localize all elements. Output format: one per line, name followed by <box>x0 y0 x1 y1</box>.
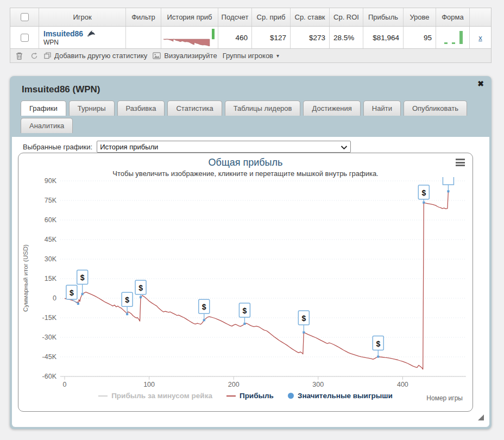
legend-significant-wins[interactable]: Значительные выигрыши <box>288 392 393 400</box>
x-tick-label: 0 <box>63 381 67 388</box>
filter-cell <box>126 27 161 48</box>
dollar-glyph: $ <box>421 188 426 197</box>
legend-dot-blue <box>288 393 294 399</box>
legend-dash-red <box>226 395 236 397</box>
dollar-glyph: $ <box>243 306 247 315</box>
tab-leaderboards[interactable]: Таблицы лидеров <box>225 100 301 116</box>
remove-row-link[interactable]: x <box>478 34 482 42</box>
y-tick-label: 90K <box>45 177 57 185</box>
significant-win-marker[interactable]: $ <box>122 292 133 315</box>
significant-win-marker[interactable]: $ <box>373 336 383 358</box>
profit-line-series[interactable] <box>65 191 448 369</box>
legend-dash-grey <box>98 395 108 397</box>
profit-chart[interactable]: Общая прибыль Чтобы увеличить изображени… <box>18 153 473 412</box>
select-all-checkbox[interactable] <box>21 13 29 21</box>
player-stats-table: Игрок Фильтр История приб Подсчет Ср. пр… <box>10 8 492 63</box>
count-value: 460 <box>218 27 252 48</box>
panel-title: Imsuited86 (WPN) <box>10 76 492 100</box>
form-mini-chart <box>436 27 470 48</box>
row-checkbox[interactable] <box>21 34 29 42</box>
dollar-glyph: $ <box>138 284 143 292</box>
dollar-glyph: $ <box>70 288 74 297</box>
resize-grip[interactable] <box>477 413 484 423</box>
col-header-filter[interactable]: Фильтр <box>126 8 161 26</box>
y-tick-label: 60K <box>45 216 57 224</box>
profit-history-sparkline[interactable] <box>161 27 218 48</box>
table-row: Imsuited86 WPN 460 $127 $273 28.5% $81,9… <box>10 27 491 48</box>
y-tick-label: 15K <box>45 275 57 282</box>
chart-selector-label: Выбранные графики: <box>23 143 92 151</box>
significant-win-marker[interactable]: $ <box>298 311 309 334</box>
significant-win-marker[interactable]: $ <box>199 299 210 321</box>
dollar-glyph: $ <box>301 314 306 323</box>
chart-plot-area[interactable]: 90K75K60K45K30K15K0-15K-30K-45K-60K01002… <box>18 153 473 412</box>
tab-analytics[interactable]: Аналитика <box>21 118 73 133</box>
table-toolbar: Добавить другую статистику Визуализируйт… <box>10 48 491 62</box>
tab-find[interactable]: Найти <box>363 100 401 116</box>
player-network: WPN <box>43 39 59 46</box>
dollar-glyph: $ <box>202 303 206 311</box>
close-icon[interactable]: ✖ <box>477 79 484 88</box>
col-header-avg-stake[interactable]: Ср. ставк <box>291 8 330 26</box>
shark-icon <box>87 30 96 37</box>
sparkline-loss-area <box>163 39 210 46</box>
tab-publish[interactable]: Опубликовать <box>404 100 467 116</box>
significant-win-marker[interactable]: $ <box>239 303 250 325</box>
x-tick-label: 400 <box>397 381 408 388</box>
col-header-profit[interactable]: Прибыль <box>363 8 404 26</box>
chart-selector[interactable]: История прибыли <box>97 141 351 153</box>
sparkline-win-bar <box>212 29 215 39</box>
x-axis-title: Номер игры <box>426 394 463 402</box>
col-header-avg-roi[interactable]: Ср. ROI <box>330 8 363 26</box>
col-header-level[interactable]: Урове <box>404 8 436 26</box>
x-tick-label: 100 <box>143 381 155 388</box>
col-header-avg-profit[interactable]: Ср. приб <box>252 8 291 26</box>
player-link[interactable]: Imsuited86 <box>43 29 96 38</box>
dollar-glyph: $ <box>80 273 85 282</box>
form-bar <box>459 31 463 44</box>
col-header-count[interactable]: Подсчет <box>218 8 252 26</box>
significant-win-marker[interactable]: $ <box>77 270 88 295</box>
legend-rake-free[interactable]: Прибыль за минусом рейка <box>98 392 212 400</box>
avg-roi-value: 28.5% <box>330 27 363 48</box>
dollar-glyph: $ <box>125 296 129 304</box>
player-detail-panel: ✖ Imsuited86 (WPN) Графики Турниры Разби… <box>10 76 492 429</box>
tab-statistics[interactable]: Статистика <box>167 100 222 116</box>
trash-icon[interactable] <box>15 51 24 60</box>
form-bar <box>444 42 448 44</box>
avg-stake-value: $273 <box>291 27 330 48</box>
x-tick-label: 300 <box>312 381 324 388</box>
y-tick-label: -15K <box>42 314 57 322</box>
legend-profit[interactable]: Прибыль <box>226 392 274 400</box>
visualize-button[interactable]: Визуализируйте <box>153 52 217 60</box>
significant-win-marker[interactable]: $ <box>418 185 429 204</box>
refresh-icon[interactable] <box>29 51 39 60</box>
tab-bar: Графики Турниры Разбивка Статистика Табл… <box>10 100 492 116</box>
tab-achievements[interactable]: Достижения <box>303 100 360 116</box>
col-header-player[interactable]: Игрок <box>39 8 126 26</box>
tab-charts[interactable]: Графики <box>21 100 66 116</box>
significant-win-marker[interactable] <box>443 177 453 192</box>
tab-bar-row2: Аналитика <box>10 118 492 133</box>
image-icon <box>153 52 161 59</box>
y-tick-label: -60K <box>42 373 57 380</box>
y-tick-label: 75K <box>45 197 57 204</box>
level-value: 95 <box>404 27 436 48</box>
form-bar <box>452 42 455 44</box>
table-header-row: Игрок Фильтр История приб Подсчет Ср. пр… <box>10 8 491 27</box>
significant-win-marker[interactable]: $ <box>135 280 146 298</box>
col-header-history[interactable]: История приб <box>161 8 218 26</box>
player-groups-dropdown[interactable]: Группы игроков ▾ <box>223 52 279 60</box>
tab-tournaments[interactable]: Турниры <box>69 100 115 116</box>
add-statistic-button[interactable]: Добавить другую статистику <box>44 52 147 60</box>
panel-body: Выбранные графики: История прибыли Общая… <box>12 137 489 427</box>
copy-icon <box>44 52 51 59</box>
chevron-down-icon: ▾ <box>276 53 279 59</box>
y-tick-label: 0 <box>53 294 56 302</box>
profit-value: $81,964 <box>363 27 404 48</box>
y-tick-label: 45K <box>45 236 57 243</box>
avg-profit-value: $127 <box>252 27 291 48</box>
y-tick-label: -30K <box>42 334 57 341</box>
col-header-form[interactable]: Форма <box>436 8 470 26</box>
tab-breakdown[interactable]: Разбивка <box>117 100 165 116</box>
